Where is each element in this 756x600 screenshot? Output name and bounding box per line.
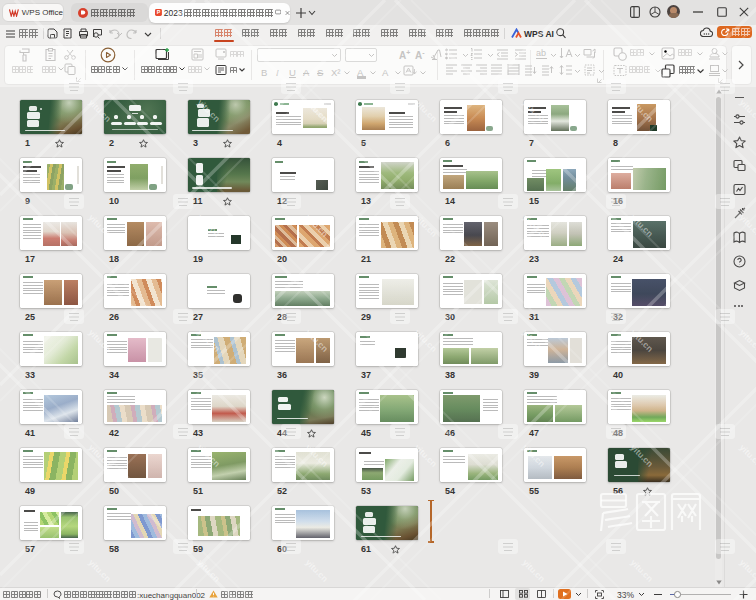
svg-text:P: P [157, 9, 161, 15]
